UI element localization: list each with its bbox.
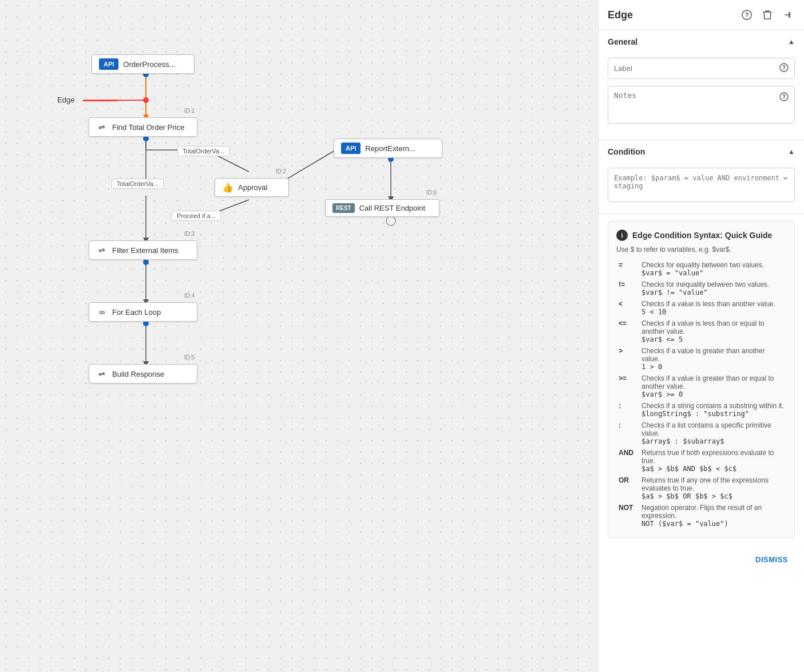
node-label: OrderProcess...: [123, 60, 175, 69]
canvas-area[interactable]: Edge API OrderProcess... ID:1 ⇌ Find Tot…: [0, 0, 598, 672]
guide-description: Negation operator. Flips the result of a…: [639, 502, 786, 529]
node-find-total[interactable]: ID:1 ⇌ Find Total Order Price: [89, 117, 197, 137]
guide-operator: =: [616, 259, 639, 279]
node-build-response[interactable]: ID:5 ⇌ Build Response: [89, 364, 197, 384]
notes-help-icon[interactable]: ?: [779, 92, 789, 103]
node-label: ReportExtern...: [365, 144, 415, 153]
guide-row: = Checks for equality between two values…: [616, 259, 786, 279]
guide-operator: <: [616, 298, 639, 318]
edge-label-box-2: TotalOrderVa...: [112, 179, 164, 189]
condition-chevron-icon: ▲: [788, 148, 795, 156]
info-icon: i: [616, 230, 628, 241]
condition-section-header[interactable]: Condition ▲: [599, 140, 804, 163]
notes-field-group: ?: [608, 86, 795, 124]
svg-text:?: ?: [782, 94, 786, 100]
general-title: General: [608, 37, 637, 46]
node-approval[interactable]: ID:2 👍 Approval: [215, 178, 289, 197]
loop-icon: ∞: [96, 306, 108, 318]
label-input[interactable]: [614, 64, 779, 73]
guide-row: NOT Negation operator. Flips the result …: [616, 502, 786, 529]
guide-operator: NOT: [616, 502, 639, 529]
guide-row: AND Returns true if both expressions eva…: [616, 447, 786, 475]
panel-header-icons: ?: [740, 8, 795, 22]
guide-description: Returns true if any one of the expressio…: [639, 475, 786, 502]
node-id: ID:3: [184, 231, 195, 237]
dismiss-row: DISMISS: [599, 545, 804, 574]
node-label: Call REST Endpoint: [359, 204, 425, 212]
node-id: ID:6: [426, 189, 437, 196]
quick-guide-header: i Edge Condition Syntax: Quick Guide: [616, 230, 786, 241]
general-section-body: ? ?: [599, 53, 804, 140]
notes-field-row: ?: [608, 86, 795, 124]
guide-operator: >: [616, 345, 639, 373]
svg-text:?: ?: [745, 11, 749, 18]
guide-row: != Checks for inequality between two val…: [616, 279, 786, 298]
guide-row: >= Checks if a value is greater than or …: [616, 373, 786, 400]
notes-input[interactable]: [614, 91, 779, 118]
svg-text:?: ?: [782, 65, 786, 71]
quick-guide-title: Edge Condition Syntax: Quick Guide: [632, 231, 772, 240]
guide-description: Checks if a value is greater than anothe…: [639, 345, 786, 373]
node-id: ID:2: [276, 168, 286, 175]
guide-description: Checks if a list contains a specific pri…: [639, 420, 786, 447]
guide-operator: <=: [616, 318, 639, 345]
edge-label-text: Edge: [57, 96, 74, 104]
edge-indicator: [83, 100, 117, 101]
guide-operator: :: [616, 420, 639, 447]
node-label: Build Response: [112, 370, 164, 378]
svg-point-24: [386, 216, 395, 226]
guide-row: <= Checks if a value is less than or equ…: [616, 318, 786, 345]
guide-description: Checks if a value is greater than or equ…: [639, 373, 786, 400]
guide-description: Checks for inequality between two values…: [639, 279, 786, 298]
filter-icon: ⇌: [96, 121, 108, 133]
general-chevron-icon: ▲: [788, 38, 795, 46]
node-order-process[interactable]: API OrderProcess...: [92, 54, 195, 74]
delete-button[interactable]: [761, 8, 774, 22]
collapse-button[interactable]: [781, 8, 795, 22]
dismiss-button[interactable]: DISMISS: [748, 552, 795, 567]
guide-operator: OR: [616, 475, 639, 502]
label-help-icon[interactable]: ?: [779, 63, 789, 74]
guide-description: Checks if a value is less than or equal …: [639, 318, 786, 345]
node-call-rest[interactable]: ID:6 REST Call REST Endpoint: [325, 199, 439, 217]
guide-row: OR Returns true if any one of the expres…: [616, 475, 786, 502]
condition-title: Condition: [608, 147, 645, 156]
panel-header: Edge ?: [599, 0, 804, 30]
edge-label-proceed: Proceed if a...: [172, 211, 221, 221]
node-report-extern[interactable]: API ReportExtern...: [334, 139, 442, 158]
rest-badge: REST: [332, 203, 355, 213]
help-button[interactable]: ?: [740, 8, 754, 22]
filter-icon: ⇌: [96, 244, 108, 256]
svg-point-3: [143, 97, 149, 103]
edge-label-box-1: TotalOrderVa...: [177, 146, 229, 156]
condition-section: Condition ▲: [599, 140, 804, 214]
guide-operator: >=: [616, 373, 639, 400]
node-id: ID:5: [184, 354, 195, 361]
guide-operator: !=: [616, 279, 639, 298]
guide-intro: Use $ to refer to variables, e.g. $var$.: [616, 246, 786, 254]
guide-row: : Checks if a list contains a specific p…: [616, 420, 786, 447]
quick-guide: i Edge Condition Syntax: Quick Guide Use…: [608, 221, 795, 538]
guide-description: Checks for equality between two values.$…: [639, 259, 786, 279]
right-panel: Edge ? General ▲: [598, 0, 804, 672]
condition-section-body: [599, 163, 804, 214]
guide-row: > Checks if a value is greater than anot…: [616, 345, 786, 373]
node-id: ID:4: [184, 292, 195, 299]
canvas-edge-label: Edge: [57, 96, 74, 104]
guide-description: Checks if a value is less than another v…: [639, 298, 786, 318]
label-field-row: ?: [608, 58, 795, 79]
guide-row: : Checks if a string contains a substrin…: [616, 400, 786, 420]
guide-row: < Checks if a value is less than another…: [616, 298, 786, 318]
guide-operator: AND: [616, 447, 639, 475]
condition-input[interactable]: [608, 168, 795, 202]
node-for-each-loop[interactable]: ID:4 ∞ For Each Loop: [89, 302, 197, 322]
node-label: Filter External Items: [112, 246, 179, 255]
node-filter-external[interactable]: ID:3 ⇌ Filter External Items: [89, 240, 197, 260]
general-section-header[interactable]: General ▲: [599, 30, 804, 53]
guide-table: = Checks for equality between two values…: [616, 259, 786, 529]
node-label: Find Total Order Price: [112, 123, 184, 132]
guide-description: Checks if a string contains a substring …: [639, 400, 786, 420]
api-badge: API: [99, 58, 118, 70]
node-id: ID:1: [184, 108, 195, 114]
guide-operator: :: [616, 400, 639, 420]
